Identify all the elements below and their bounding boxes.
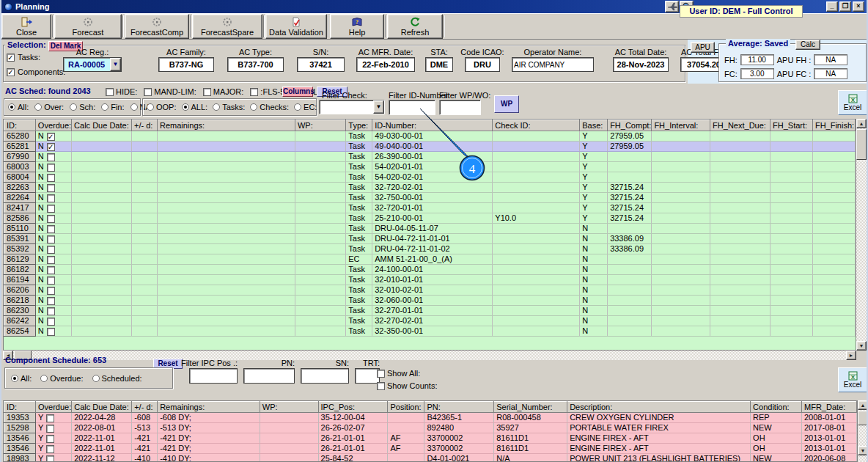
overdue-checkbox[interactable] bbox=[46, 435, 54, 443]
component-option-checkbox[interactable] bbox=[377, 382, 385, 390]
close-window-button[interactable]: × bbox=[853, 1, 864, 12]
overdue-checkbox[interactable] bbox=[46, 425, 54, 433]
column-header[interactable]: +/- d: bbox=[132, 120, 158, 131]
table-row[interactable]: 68003NTask54-020-01-01Y bbox=[4, 162, 856, 172]
radio-button[interactable] bbox=[34, 103, 42, 111]
refresh-button[interactable]: Refresh bbox=[387, 14, 443, 39]
column-header[interactable]: Condition: bbox=[751, 402, 802, 413]
table-row[interactable]: 67990NTask26-390-00-01Y bbox=[4, 152, 856, 162]
overdue-checkbox[interactable] bbox=[47, 205, 55, 213]
column-header[interactable]: Serial_Number: bbox=[494, 402, 567, 413]
column-header[interactable]: IPC_Pos: bbox=[318, 402, 388, 413]
scrollbar-thumb[interactable] bbox=[856, 129, 867, 160]
column-header[interactable]: MFR_Date: bbox=[802, 402, 857, 413]
table-row[interactable]: 82264NTask32-750-00-01Y32715.24 bbox=[4, 193, 856, 203]
fc-input[interactable]: 3.00 bbox=[740, 68, 774, 79]
column-header[interactable]: FH_Next_Due: bbox=[710, 120, 770, 131]
overdue-checkbox[interactable] bbox=[47, 246, 55, 254]
overdue-checkbox[interactable] bbox=[47, 256, 55, 264]
overdue-checkbox[interactable] bbox=[47, 215, 55, 223]
overdue-checkbox[interactable] bbox=[47, 297, 55, 305]
sched-filter-checkbox[interactable] bbox=[144, 88, 152, 96]
overdue-checkbox[interactable] bbox=[47, 235, 55, 243]
table-row[interactable]: 68004NTask54-020-02-01Y bbox=[4, 172, 856, 183]
overdue-checkbox[interactable] bbox=[47, 153, 55, 161]
table-row[interactable]: 86242NTask32-270-02-01N bbox=[4, 316, 856, 326]
column-header[interactable]: Description: bbox=[567, 402, 751, 413]
forecast-button[interactable]: Forecast bbox=[54, 14, 122, 39]
table-row[interactable]: 18983Y2022-11-12-410-410 DY;25-84-52D4-0… bbox=[4, 454, 857, 462]
columns-button[interactable]: Columns bbox=[282, 87, 313, 97]
radio-button[interactable] bbox=[101, 103, 108, 111]
filter-input[interactable] bbox=[189, 368, 238, 384]
scrollbar-thumb[interactable] bbox=[858, 411, 868, 425]
main-grid-vertical-scrollbar[interactable]: ▲ ▼ bbox=[856, 119, 867, 351]
table-row[interactable]: 86230NTask32-270-01-01N bbox=[4, 306, 856, 316]
main-grid-horizontal-scrollbar[interactable]: ◄ ► bbox=[3, 351, 856, 360]
chevron-down-icon[interactable]: ▼ bbox=[110, 58, 121, 71]
column-header[interactable]: Overdue: bbox=[35, 402, 71, 413]
table-row[interactable]: 13546Y2022-11-01-421-421 DY;26-21-01-01A… bbox=[4, 444, 857, 454]
forecastcomp-button[interactable]: ForecastComp bbox=[125, 14, 189, 39]
table-row[interactable]: 86182NTask24-100-00-01N bbox=[4, 265, 856, 275]
restore-button[interactable]: ❒ bbox=[839, 1, 851, 12]
radio-button[interactable] bbox=[11, 375, 18, 382]
overdue-checkbox[interactable]: ✓ bbox=[47, 133, 55, 141]
column-header[interactable]: FH_Interval: bbox=[652, 120, 710, 131]
help-button[interactable]: ? Help bbox=[330, 14, 384, 39]
scroll-up-icon[interactable]: ▲ bbox=[856, 119, 867, 128]
table-row[interactable]: 85392NTaskDRU-04-72-11-01-02N33386.09 bbox=[4, 244, 856, 254]
radio-button[interactable] bbox=[250, 103, 257, 111]
scroll-up-icon[interactable]: ▲ bbox=[858, 400, 868, 410]
column-header[interactable]: Calc Due Date: bbox=[72, 120, 132, 131]
table-row[interactable]: 82263NTask32-720-02-01Y32715.24 bbox=[4, 183, 856, 193]
overdue-checkbox[interactable] bbox=[46, 455, 54, 462]
column-header[interactable]: Remainings: bbox=[157, 120, 295, 131]
ac-sched-excel-button[interactable]: X Excel bbox=[838, 90, 867, 115]
filter-wp-wo-input[interactable] bbox=[439, 100, 481, 115]
table-row[interactable]: 82586NTask25-210-00-01Y10.0Y32715.24 bbox=[4, 213, 856, 224]
components-checkbox[interactable]: ✓ bbox=[7, 68, 15, 76]
overdue-checkbox[interactable]: ✓ bbox=[47, 143, 55, 151]
table-row[interactable]: 85391NTaskDRU-04-72-11-01-01N33386.09 bbox=[4, 234, 856, 244]
forecastspare-button[interactable]: ForecastSpare bbox=[192, 14, 262, 39]
radio-button[interactable] bbox=[294, 103, 301, 111]
table-row[interactable]: 82417NTask32-720-01-01Y32715.24 bbox=[4, 203, 856, 213]
scroll-right-icon[interactable]: ► bbox=[846, 351, 856, 360]
column-header[interactable]: ID-Number: bbox=[372, 120, 493, 131]
column-header[interactable]: Position: bbox=[388, 402, 424, 413]
table-row[interactable]: 65280N✓Task49-030-00-01Y27959.05 bbox=[4, 131, 856, 142]
filter-check-select[interactable]: ▼ bbox=[319, 100, 385, 114]
radio-button[interactable] bbox=[130, 103, 138, 111]
filter-input[interactable] bbox=[355, 368, 380, 384]
overdue-checkbox[interactable] bbox=[47, 287, 55, 295]
overdue-checkbox[interactable] bbox=[47, 266, 55, 274]
minimize-button[interactable]: _ bbox=[826, 1, 838, 12]
table-row[interactable]: 65281N✓Task49-040-00-01Y27959.05 bbox=[4, 142, 856, 152]
column-header[interactable]: FH_Finish: bbox=[812, 120, 855, 131]
tasks-checkbox[interactable]: ✓ bbox=[7, 54, 15, 62]
overdue-checkbox[interactable] bbox=[47, 225, 55, 233]
table-row[interactable]: 15298Y2022-08-01-513-513 DY;26-26-02-078… bbox=[4, 423, 857, 433]
sched-filter-checkbox[interactable] bbox=[203, 88, 211, 96]
filter-input[interactable] bbox=[301, 368, 349, 384]
table-row[interactable]: 86194NTask32-010-01-01N bbox=[4, 275, 856, 285]
table-row[interactable]: 86254NTask32-350-00-01N bbox=[4, 326, 856, 337]
radio-button[interactable] bbox=[213, 103, 220, 111]
table-row[interactable]: 86218NTask32-060-00-01N bbox=[4, 296, 856, 306]
bottom-grid-vertical-scrollbar[interactable]: ▲ ▼ bbox=[858, 400, 868, 462]
filter-id-number-input[interactable] bbox=[389, 100, 435, 115]
scroll-down-icon[interactable]: ▼ bbox=[856, 341, 867, 351]
radio-button[interactable] bbox=[182, 103, 189, 111]
component-excel-button[interactable]: X Excel bbox=[838, 367, 867, 392]
filter-input[interactable] bbox=[243, 368, 295, 384]
calc-button[interactable]: Calc bbox=[795, 40, 820, 50]
column-header[interactable]: ID: bbox=[4, 402, 36, 413]
overdue-checkbox[interactable] bbox=[47, 328, 55, 336]
sched-filter-checkbox[interactable] bbox=[250, 88, 258, 96]
table-row[interactable]: 86129NECAMM 51-21-00_0_(A)N bbox=[4, 254, 856, 265]
fh-input[interactable]: 11.00 bbox=[740, 54, 774, 65]
overdue-checkbox[interactable] bbox=[47, 194, 55, 202]
table-row[interactable]: 19353Y2022-04-28-608-608 DY;35-12-00-04B… bbox=[4, 413, 857, 423]
aircraft-icon-button[interactable] bbox=[665, 1, 679, 12]
